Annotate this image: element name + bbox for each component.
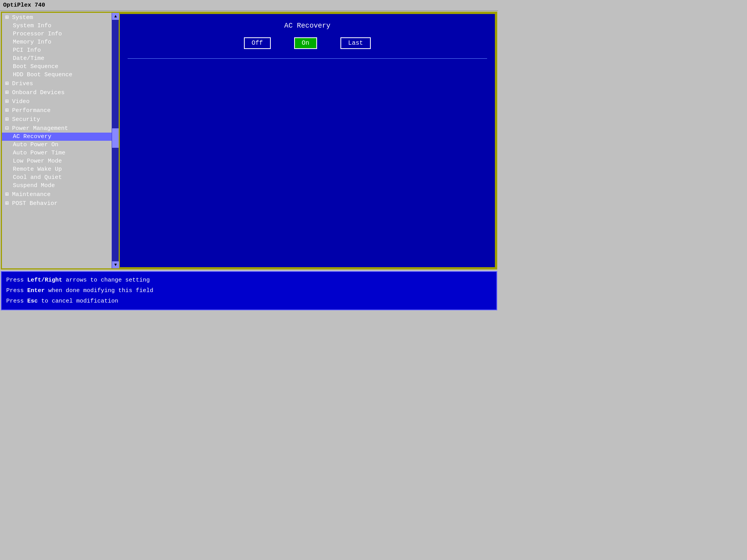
sidebar-item-memory-info[interactable]: Memory Info [2, 38, 112, 46]
sidebar-item-hdd-boot-sequence[interactable]: HDD Boot Sequence [2, 71, 112, 79]
sidebar-item-auto-power-time[interactable]: Auto Power Time [2, 149, 112, 157]
status-line3-post: to cancel modification [38, 298, 118, 304]
sidebar-item-low-power-mode[interactable]: Low Power Mode [2, 157, 112, 165]
status-line-2: Press Enter when done modifying this fie… [6, 285, 492, 296]
option-on[interactable]: On [294, 37, 317, 49]
sidebar-item-performance[interactable]: ⊞ Performance [2, 106, 112, 115]
panel-title: AC Recovery [128, 22, 487, 30]
sidebar-item-ac-recovery[interactable]: AC Recovery [2, 133, 112, 141]
main-container: ⊞ SystemSystem InfoProcessor InfoMemory … [0, 11, 498, 311]
option-off[interactable]: Off [244, 37, 271, 49]
right-panel: AC Recovery OffOnLast [119, 13, 496, 268]
sidebar-item-system[interactable]: ⊞ System [2, 13, 112, 22]
status-line3-pre: Press [6, 298, 27, 304]
sidebar-item-boot-sequence[interactable]: Boot Sequence [2, 63, 112, 71]
status-line-1: Press Left/Right arrows to change settin… [6, 275, 492, 285]
status-line2-pre: Press [6, 287, 27, 294]
title-label: OptiPlex 740 [3, 2, 45, 9]
option-last[interactable]: Last [340, 37, 371, 49]
sidebar-item-date-time[interactable]: Date/Time [2, 54, 112, 63]
status-line1-post: arrows to change setting [62, 277, 150, 284]
status-line2-post: when done modifying this field [45, 287, 153, 294]
sidebar-item-security[interactable]: ⊞ Security [2, 115, 112, 124]
scroll-up-button[interactable]: ▲ [112, 13, 119, 20]
sidebar-item-video[interactable]: ⊞ Video [2, 97, 112, 106]
sidebar-item-drives[interactable]: ⊞ Drives [2, 79, 112, 88]
sidebar-item-processor-info[interactable]: Processor Info [2, 30, 112, 38]
scroll-thumb[interactable] [112, 128, 119, 148]
sidebar-item-pci-info[interactable]: PCI Info [2, 46, 112, 54]
sidebar-item-suspend-mode[interactable]: Suspend Mode [2, 182, 112, 190]
sidebar-item-system-info[interactable]: System Info [2, 22, 112, 30]
status-line1-pre: Press [6, 277, 27, 284]
sidebar-items: ⊞ SystemSystem InfoProcessor InfoMemory … [2, 13, 112, 268]
status-line2-key: Enter [27, 287, 45, 294]
sidebar-item-maintenance[interactable]: ⊞ Maintenance [2, 190, 112, 199]
content-area: ⊞ SystemSystem InfoProcessor InfoMemory … [1, 12, 497, 270]
divider [128, 58, 487, 59]
options-row: OffOnLast [128, 37, 487, 49]
status-line-3: Press Esc to cancel modification [6, 296, 492, 306]
scroll-down-button[interactable]: ▼ [112, 261, 119, 268]
sidebar-item-post-behavior[interactable]: ⊞ POST Behavior [2, 199, 112, 208]
sidebar-item-auto-power-on[interactable]: Auto Power On [2, 141, 112, 149]
status-line1-key: Left/Right [27, 277, 62, 284]
status-bar: Press Left/Right arrows to change settin… [1, 271, 497, 310]
status-line3-key: Esc [27, 298, 38, 304]
title-bar: OptiPlex 740 [0, 0, 498, 11]
sidebar-scrollbar: ▲ ▼ [112, 13, 119, 268]
scroll-track [112, 20, 119, 261]
sidebar-item-remote-wake-up[interactable]: Remote Wake Up [2, 165, 112, 173]
sidebar: ⊞ SystemSystem InfoProcessor InfoMemory … [2, 13, 119, 268]
sidebar-item-onboard-devices[interactable]: ⊞ Onboard Devices [2, 88, 112, 97]
sidebar-item-cool-and-quiet[interactable]: Cool and Quiet [2, 173, 112, 182]
sidebar-item-power-management[interactable]: ⊟ Power Management [2, 124, 112, 133]
